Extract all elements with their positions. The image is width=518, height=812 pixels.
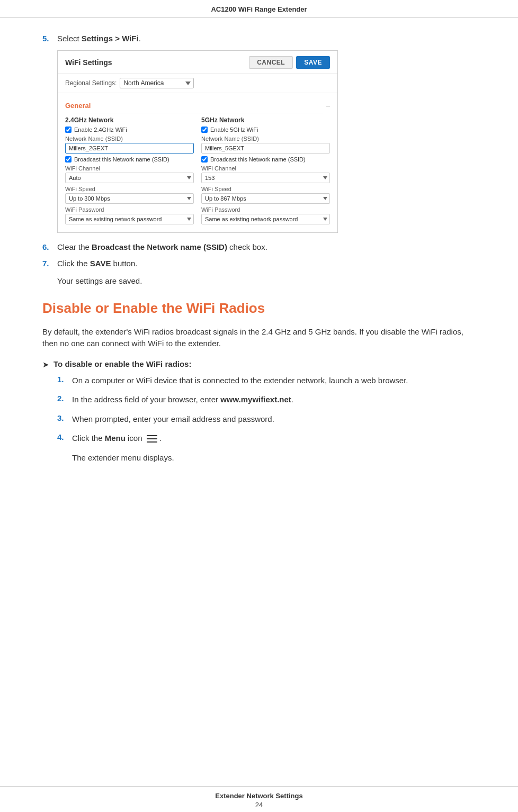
channel-24-label: WiFi Channel (65, 165, 194, 172)
sub-step-4: 4. Click the Menu icon . (57, 432, 476, 445)
divider (73, 113, 323, 113)
step-6-bold: Broadcast the Network name (SSID) (92, 242, 227, 251)
password-5-label: WiFi Password (201, 206, 330, 213)
sub-step-2-suffix: . (291, 395, 293, 404)
general-label: General (65, 102, 91, 110)
step-6-num: 6. (42, 242, 57, 251)
arrow-symbol: ➤ (42, 360, 49, 369)
network-5ghz: 5GHz Network Enable 5GHz WiFi Network Na… (201, 116, 330, 227)
enable-24-row: Enable 2.4GHz WiFi (65, 127, 194, 133)
ssid-5-input[interactable] (201, 143, 330, 154)
net5-title: 5GHz Network (201, 116, 330, 124)
step-5: 5. Select Settings > WiFi. (42, 34, 476, 43)
ssid-24-label: Network Name (SSID) (65, 136, 194, 142)
enable-5-row: Enable 5GHz WiFi (201, 127, 330, 133)
step-7-sub: Your settings are saved. (57, 275, 476, 287)
main-content: 5. Select Settings > WiFi. WiFi Settings… (0, 18, 518, 512)
step-6-suffix: check box. (227, 242, 267, 251)
cancel-button[interactable]: CANCEL (249, 56, 293, 69)
broadcast-5-row: Broadcast this Network name (SSID) (201, 156, 330, 163)
channel-5-label: WiFi Channel (201, 165, 330, 172)
step-7-suffix: button. (111, 259, 137, 268)
regional-settings-row: Regional Settings: North America (58, 74, 337, 93)
step-5-bold: Settings > WiFi (82, 34, 139, 43)
procedure-title: To disable or enable the WiFi radios: (53, 359, 191, 368)
page-number: 24 (0, 801, 518, 809)
step-5-num: 5. (42, 34, 57, 43)
speed-5-label: WiFi Speed (201, 186, 330, 192)
wifi-settings-screenshot: WiFi Settings CANCEL SAVE Regional Setti… (57, 50, 338, 233)
sub-step-4-text: Click the Menu icon . (72, 432, 476, 445)
sub-step-1-num: 1. (57, 375, 72, 384)
sub-step-3: 3. When prompted, enter your email addre… (57, 413, 476, 426)
sub-step-2-text: In the address field of your browser, en… (72, 394, 476, 406)
sub-step-2-bold: www.mywifiext.net (220, 395, 291, 404)
ssid-5-label: Network Name (SSID) (201, 136, 330, 142)
sub-step-1-text: On a computer or WiFi device that is con… (72, 375, 476, 387)
enable-24-label: Enable 2.4GHz WiFi (74, 127, 127, 133)
password-24-select[interactable]: Same as existing network password (65, 214, 194, 224)
enable-5-label: Enable 5GHz WiFi (210, 127, 258, 133)
intro-paragraph: By default, the extender's WiFi radios b… (42, 326, 476, 350)
net24-title: 2.4GHz Network (65, 116, 194, 124)
broadcast-24-row: Broadcast this Network name (SSID) (65, 156, 194, 163)
wifi-header-buttons: CANCEL SAVE (249, 56, 330, 69)
step-6: 6. Clear the Broadcast the Network name … (42, 242, 476, 251)
sub-steps: 1. On a computer or WiFi device that is … (57, 375, 476, 464)
wifi-settings-title: WiFi Settings (65, 58, 112, 67)
speed-24-select[interactable]: Up to 300 Mbps (65, 193, 194, 204)
step-5-text: Select Settings > WiFi. (57, 34, 476, 43)
sub-step-4-bold: Menu (105, 434, 126, 443)
section-heading-disable-wifi: Disable or Enable the WiFi Radios (42, 300, 476, 317)
collapse-button[interactable]: – (326, 102, 330, 110)
step-7-text: Click the SAVE button. (57, 259, 476, 268)
broadcast-5-label: Broadcast this Network name (SSID) (210, 156, 306, 163)
regional-label: Regional Settings: (65, 79, 117, 87)
broadcast-5-checkbox[interactable] (201, 156, 208, 163)
step-7-num: 7. (42, 259, 57, 268)
password-5-select[interactable]: Same as existing network password (201, 214, 330, 224)
footer-section: Extender Network Settings (0, 792, 518, 800)
password-24-label: WiFi Password (65, 206, 194, 213)
sub-step-4-sub: The extender menu displays. (72, 452, 476, 464)
step-6-text: Clear the Broadcast the Network name (SS… (57, 242, 476, 251)
wifi-settings-header: WiFi Settings CANCEL SAVE (58, 51, 337, 74)
broadcast-24-label: Broadcast this Network name (SSID) (74, 156, 169, 163)
page-header: AC1200 WiFi Range Extender (0, 0, 518, 18)
channel-24-select[interactable]: Auto (65, 173, 194, 183)
enable-5-checkbox[interactable] (201, 127, 208, 133)
enable-24-checkbox[interactable] (65, 127, 72, 133)
step-7: 7. Click the SAVE button. (42, 259, 476, 268)
sub-step-2: 2. In the address field of your browser,… (57, 394, 476, 406)
general-header: General – (65, 102, 330, 110)
speed-5-select[interactable]: Up to 867 Mbps (201, 193, 330, 204)
speed-24-label: WiFi Speed (65, 186, 194, 192)
sub-step-4-num: 4. (57, 432, 72, 441)
sub-step-1: 1. On a computer or WiFi device that is … (57, 375, 476, 387)
save-button[interactable]: SAVE (296, 56, 330, 69)
page-footer: Extender Network Settings 24 (0, 786, 518, 812)
procedure-title-block: ➤ To disable or enable the WiFi radios: (42, 359, 476, 369)
menu-icon (147, 435, 157, 443)
channel-5-select[interactable]: 153 (201, 173, 330, 183)
sub-step-2-num: 2. (57, 394, 72, 403)
sub-step-3-num: 3. (57, 413, 72, 422)
ssid-24-input[interactable] (65, 143, 194, 154)
step-7-bold: SAVE (90, 259, 111, 268)
broadcast-24-checkbox[interactable] (65, 156, 72, 163)
regional-select[interactable]: North America (120, 78, 194, 88)
wifi-settings-panel: WiFi Settings CANCEL SAVE Regional Setti… (58, 51, 337, 232)
sub-step-3-text: When prompted, enter your email address … (72, 413, 476, 426)
general-section: General – 2.4GHz Network Enable 2.4GHz W… (58, 98, 337, 232)
network-columns: 2.4GHz Network Enable 2.4GHz WiFi Networ… (65, 116, 330, 232)
network-24ghz: 2.4GHz Network Enable 2.4GHz WiFi Networ… (65, 116, 194, 227)
